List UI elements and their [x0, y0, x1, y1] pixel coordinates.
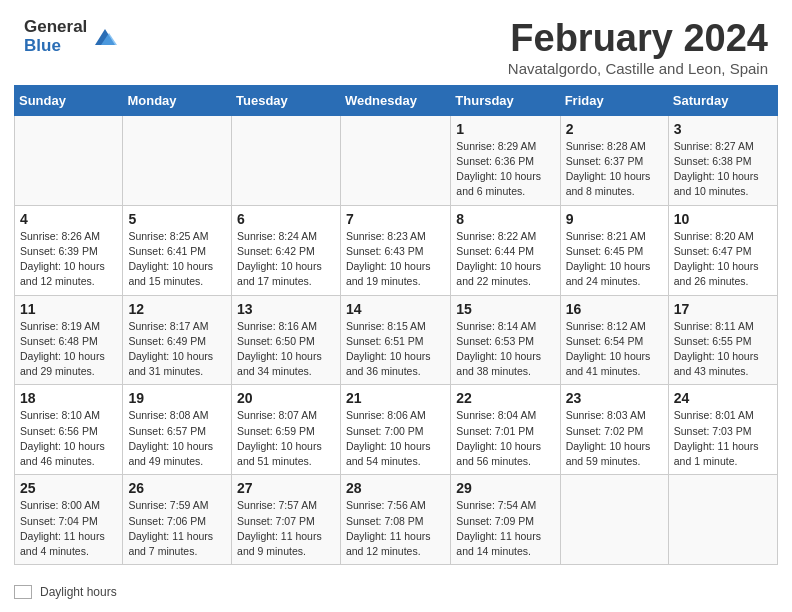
- day-cell: 24Sunrise: 8:01 AM Sunset: 7:03 PM Dayli…: [668, 385, 777, 475]
- day-cell: [668, 475, 777, 565]
- day-number: 6: [237, 211, 335, 227]
- day-cell: 8Sunrise: 8:22 AM Sunset: 6:44 PM Daylig…: [451, 205, 560, 295]
- day-cell: 26Sunrise: 7:59 AM Sunset: 7:06 PM Dayli…: [123, 475, 232, 565]
- day-number: 14: [346, 301, 445, 317]
- day-cell: 15Sunrise: 8:14 AM Sunset: 6:53 PM Dayli…: [451, 295, 560, 385]
- day-number: 27: [237, 480, 335, 496]
- header-row: SundayMondayTuesdayWednesdayThursdayFrid…: [15, 85, 778, 115]
- day-number: 13: [237, 301, 335, 317]
- day-number: 12: [128, 301, 226, 317]
- day-cell: 3Sunrise: 8:27 AM Sunset: 6:38 PM Daylig…: [668, 115, 777, 205]
- location-subtitle: Navatalgordo, Castille and Leon, Spain: [508, 60, 768, 77]
- day-header-thursday: Thursday: [451, 85, 560, 115]
- footer-label: Daylight hours: [40, 585, 117, 599]
- day-number: 7: [346, 211, 445, 227]
- footer: Daylight hours: [0, 579, 792, 607]
- day-info: Sunrise: 8:25 AM Sunset: 6:41 PM Dayligh…: [128, 229, 226, 290]
- day-info: Sunrise: 8:24 AM Sunset: 6:42 PM Dayligh…: [237, 229, 335, 290]
- day-number: 4: [20, 211, 117, 227]
- day-info: Sunrise: 8:15 AM Sunset: 6:51 PM Dayligh…: [346, 319, 445, 380]
- week-row-0: 1Sunrise: 8:29 AM Sunset: 6:36 PM Daylig…: [15, 115, 778, 205]
- calendar-table: SundayMondayTuesdayWednesdayThursdayFrid…: [14, 85, 778, 565]
- day-number: 23: [566, 390, 663, 406]
- calendar-wrap: SundayMondayTuesdayWednesdayThursdayFrid…: [0, 85, 792, 579]
- day-number: 18: [20, 390, 117, 406]
- day-cell: 5Sunrise: 8:25 AM Sunset: 6:41 PM Daylig…: [123, 205, 232, 295]
- week-row-1: 4Sunrise: 8:26 AM Sunset: 6:39 PM Daylig…: [15, 205, 778, 295]
- day-number: 11: [20, 301, 117, 317]
- day-info: Sunrise: 8:22 AM Sunset: 6:44 PM Dayligh…: [456, 229, 554, 290]
- day-header-monday: Monday: [123, 85, 232, 115]
- day-cell: [123, 115, 232, 205]
- day-cell: [15, 115, 123, 205]
- day-info: Sunrise: 8:16 AM Sunset: 6:50 PM Dayligh…: [237, 319, 335, 380]
- day-info: Sunrise: 8:29 AM Sunset: 6:36 PM Dayligh…: [456, 139, 554, 200]
- day-cell: 18Sunrise: 8:10 AM Sunset: 6:56 PM Dayli…: [15, 385, 123, 475]
- day-info: Sunrise: 8:23 AM Sunset: 6:43 PM Dayligh…: [346, 229, 445, 290]
- day-cell: 23Sunrise: 8:03 AM Sunset: 7:02 PM Dayli…: [560, 385, 668, 475]
- day-cell: 4Sunrise: 8:26 AM Sunset: 6:39 PM Daylig…: [15, 205, 123, 295]
- day-cell: 28Sunrise: 7:56 AM Sunset: 7:08 PM Dayli…: [340, 475, 450, 565]
- logo-blue-text: Blue: [24, 37, 87, 56]
- day-cell: 2Sunrise: 8:28 AM Sunset: 6:37 PM Daylig…: [560, 115, 668, 205]
- day-cell: 11Sunrise: 8:19 AM Sunset: 6:48 PM Dayli…: [15, 295, 123, 385]
- footer-box: [14, 585, 32, 599]
- day-info: Sunrise: 8:01 AM Sunset: 7:03 PM Dayligh…: [674, 408, 772, 469]
- day-cell: 22Sunrise: 8:04 AM Sunset: 7:01 PM Dayli…: [451, 385, 560, 475]
- day-cell: 12Sunrise: 8:17 AM Sunset: 6:49 PM Dayli…: [123, 295, 232, 385]
- day-cell: 1Sunrise: 8:29 AM Sunset: 6:36 PM Daylig…: [451, 115, 560, 205]
- day-number: 5: [128, 211, 226, 227]
- day-info: Sunrise: 8:00 AM Sunset: 7:04 PM Dayligh…: [20, 498, 117, 559]
- day-number: 25: [20, 480, 117, 496]
- day-cell: [232, 115, 341, 205]
- day-number: 29: [456, 480, 554, 496]
- day-info: Sunrise: 7:56 AM Sunset: 7:08 PM Dayligh…: [346, 498, 445, 559]
- day-cell: 21Sunrise: 8:06 AM Sunset: 7:00 PM Dayli…: [340, 385, 450, 475]
- day-cell: 25Sunrise: 8:00 AM Sunset: 7:04 PM Dayli…: [15, 475, 123, 565]
- day-info: Sunrise: 8:17 AM Sunset: 6:49 PM Dayligh…: [128, 319, 226, 380]
- day-cell: 16Sunrise: 8:12 AM Sunset: 6:54 PM Dayli…: [560, 295, 668, 385]
- day-cell: 14Sunrise: 8:15 AM Sunset: 6:51 PM Dayli…: [340, 295, 450, 385]
- day-number: 8: [456, 211, 554, 227]
- day-info: Sunrise: 7:59 AM Sunset: 7:06 PM Dayligh…: [128, 498, 226, 559]
- day-cell: [560, 475, 668, 565]
- day-info: Sunrise: 8:20 AM Sunset: 6:47 PM Dayligh…: [674, 229, 772, 290]
- day-number: 10: [674, 211, 772, 227]
- month-title: February 2024: [508, 18, 768, 60]
- day-info: Sunrise: 8:27 AM Sunset: 6:38 PM Dayligh…: [674, 139, 772, 200]
- day-info: Sunrise: 8:26 AM Sunset: 6:39 PM Dayligh…: [20, 229, 117, 290]
- day-number: 16: [566, 301, 663, 317]
- title-area: February 2024 Navatalgordo, Castille and…: [508, 18, 768, 77]
- day-header-sunday: Sunday: [15, 85, 123, 115]
- day-info: Sunrise: 7:54 AM Sunset: 7:09 PM Dayligh…: [456, 498, 554, 559]
- day-number: 19: [128, 390, 226, 406]
- day-cell: 29Sunrise: 7:54 AM Sunset: 7:09 PM Dayli…: [451, 475, 560, 565]
- week-row-2: 11Sunrise: 8:19 AM Sunset: 6:48 PM Dayli…: [15, 295, 778, 385]
- day-info: Sunrise: 8:28 AM Sunset: 6:37 PM Dayligh…: [566, 139, 663, 200]
- day-info: Sunrise: 8:19 AM Sunset: 6:48 PM Dayligh…: [20, 319, 117, 380]
- day-number: 15: [456, 301, 554, 317]
- logo-general-text: General: [24, 18, 87, 37]
- day-info: Sunrise: 7:57 AM Sunset: 7:07 PM Dayligh…: [237, 498, 335, 559]
- day-info: Sunrise: 8:03 AM Sunset: 7:02 PM Dayligh…: [566, 408, 663, 469]
- day-number: 26: [128, 480, 226, 496]
- day-cell: 7Sunrise: 8:23 AM Sunset: 6:43 PM Daylig…: [340, 205, 450, 295]
- calendar-header: SundayMondayTuesdayWednesdayThursdayFrid…: [15, 85, 778, 115]
- day-cell: 13Sunrise: 8:16 AM Sunset: 6:50 PM Dayli…: [232, 295, 341, 385]
- day-number: 2: [566, 121, 663, 137]
- day-header-saturday: Saturday: [668, 85, 777, 115]
- logo-icon: [91, 23, 119, 51]
- day-info: Sunrise: 8:08 AM Sunset: 6:57 PM Dayligh…: [128, 408, 226, 469]
- day-cell: 17Sunrise: 8:11 AM Sunset: 6:55 PM Dayli…: [668, 295, 777, 385]
- day-cell: 9Sunrise: 8:21 AM Sunset: 6:45 PM Daylig…: [560, 205, 668, 295]
- day-info: Sunrise: 8:14 AM Sunset: 6:53 PM Dayligh…: [456, 319, 554, 380]
- week-row-3: 18Sunrise: 8:10 AM Sunset: 6:56 PM Dayli…: [15, 385, 778, 475]
- day-cell: [340, 115, 450, 205]
- day-cell: 6Sunrise: 8:24 AM Sunset: 6:42 PM Daylig…: [232, 205, 341, 295]
- logo: General Blue: [24, 18, 119, 55]
- day-header-tuesday: Tuesday: [232, 85, 341, 115]
- day-info: Sunrise: 8:06 AM Sunset: 7:00 PM Dayligh…: [346, 408, 445, 469]
- day-number: 21: [346, 390, 445, 406]
- day-header-friday: Friday: [560, 85, 668, 115]
- day-number: 20: [237, 390, 335, 406]
